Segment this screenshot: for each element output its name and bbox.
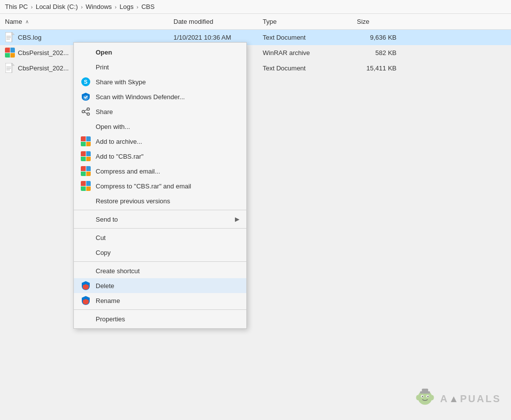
winrar-icon-cbsrar: [81, 151, 91, 161]
breadcrumb-cbs[interactable]: CBS: [141, 3, 155, 10]
copy-icon: [81, 247, 91, 257]
svg-point-11: [82, 111, 85, 113]
menu-item-print[interactable]: Print: [74, 60, 246, 74]
menu-add-archive-label: Add to archive...: [96, 138, 239, 145]
svg-point-12: [87, 113, 90, 116]
column-type[interactable]: Type: [258, 16, 352, 27]
menu-create-shortcut-label: Create shortcut: [96, 267, 239, 275]
delete-shield-icon: [81, 281, 91, 291]
menu-item-open[interactable]: Open: [74, 45, 246, 60]
open-with-icon: [81, 121, 91, 131]
menu-open-with-label: Open with...: [96, 123, 239, 130]
send-to-submenu-arrow: ▶: [235, 216, 239, 223]
menu-item-add-archive[interactable]: Add to archive...: [74, 134, 246, 149]
menu-share-skype-label: Share with Skype: [96, 78, 239, 86]
rename-shield-icon: [81, 296, 91, 305]
column-size[interactable]: Size: [352, 16, 401, 27]
txt-file-icon: [5, 32, 15, 42]
file-size-cbspersist-rar: 582 KB: [352, 47, 401, 59]
menu-add-cbsrar-label: Add to "CBS.rar": [96, 153, 239, 160]
breadcrumb-sep-4: ›: [136, 4, 138, 10]
appuals-text: A▲PUALS: [440, 393, 501, 405]
menu-item-properties[interactable]: Properties: [74, 311, 246, 326]
separator-after-copy: [74, 261, 246, 262]
share-icon: [81, 107, 91, 117]
menu-rename-label: Rename: [96, 297, 239, 304]
svg-line-14: [84, 112, 87, 114]
menu-item-share-skype[interactable]: S Share with Skype: [74, 74, 246, 89]
breadcrumb: This PC › Local Disk (C:) › Windows › Lo…: [0, 0, 511, 14]
menu-compress-email-label: Compress and email...: [96, 168, 239, 175]
menu-compress-cbsrar-email-label: Compress to "CBS.rar" and email: [96, 182, 239, 190]
svg-point-18: [422, 396, 423, 397]
skype-icon: S: [81, 77, 91, 87]
open-icon: [81, 47, 91, 57]
menu-item-open-with[interactable]: Open with...: [74, 119, 246, 134]
menu-item-restore[interactable]: Restore previous versions: [74, 193, 246, 208]
menu-properties-label: Properties: [96, 315, 239, 323]
menu-item-cut[interactable]: Cut: [74, 230, 246, 245]
separator-after-send-to: [74, 228, 246, 229]
menu-item-scan-defender[interactable]: Scan with Windows Defender...: [74, 89, 246, 104]
breadcrumb-sep-2: ›: [81, 4, 83, 10]
breadcrumb-sep-1: ›: [31, 4, 33, 10]
print-icon: [81, 62, 91, 72]
menu-item-create-shortcut[interactable]: Create shortcut: [74, 263, 246, 278]
defender-icon: [81, 92, 91, 102]
shortcut-icon: [81, 266, 91, 276]
send-to-icon: [81, 214, 91, 224]
menu-send-to-label: Send to: [96, 216, 230, 223]
svg-line-13: [84, 110, 87, 111]
menu-item-compress-cbsrar-email[interactable]: Compress to "CBS.rar" and email: [74, 179, 246, 193]
column-name[interactable]: Name ∧: [0, 16, 169, 27]
breadcrumb-sep-3: ›: [115, 4, 117, 10]
winrar-icon-compress-cbsrar: [81, 181, 91, 191]
appuals-watermark: A▲PUALS: [414, 388, 501, 410]
menu-item-rename[interactable]: Rename: [74, 293, 246, 308]
menu-share-label: Share: [96, 108, 239, 116]
menu-item-delete[interactable]: Delete: [74, 278, 246, 293]
menu-item-share[interactable]: Share: [74, 104, 246, 119]
menu-restore-label: Restore previous versions: [96, 197, 239, 205]
menu-copy-label: Copy: [96, 249, 239, 256]
breadcrumb-windows[interactable]: Windows: [86, 3, 112, 10]
breadcrumb-logs[interactable]: Logs: [119, 3, 133, 10]
cut-icon: [81, 233, 91, 242]
file-list-header: Name ∧ Date modified Type Size: [0, 14, 511, 30]
restore-icon: [81, 196, 91, 206]
svg-marker-6: [12, 63, 14, 65]
menu-item-compress-email[interactable]: Compress and email...: [74, 164, 246, 179]
file-type-cbspersist-txt: Text Document: [258, 62, 352, 74]
properties-icon: [81, 314, 91, 324]
file-type-cbs-log: Text Document: [258, 31, 352, 44]
breadcrumb-this-pc[interactable]: This PC: [5, 3, 28, 10]
svg-point-21: [430, 395, 434, 400]
separator-after-restore: [74, 210, 246, 210]
file-size-cbs-log: 9,636 KB: [352, 31, 401, 44]
svg-rect-0: [5, 32, 12, 42]
menu-delete-label: Delete: [96, 282, 239, 290]
menu-scan-defender-label: Scan with Windows Defender...: [96, 93, 239, 101]
menu-item-add-cbsrar[interactable]: Add to "CBS.rar": [74, 149, 246, 164]
breadcrumb-local-disk[interactable]: Local Disk (C:): [36, 3, 78, 10]
menu-item-send-to[interactable]: Send to ▶: [74, 212, 246, 227]
file-date-cbs-log: 1/10/2021 10:36 AM: [169, 31, 258, 44]
svg-point-19: [427, 396, 429, 397]
file-size-cbspersist-txt: 15,411 KB: [352, 62, 401, 74]
menu-print-label: Print: [96, 63, 239, 71]
svg-rect-23: [422, 389, 428, 392]
sort-arrow-name: ∧: [25, 19, 29, 24]
svg-marker-1: [12, 32, 14, 35]
separator-after-rename: [74, 309, 246, 310]
menu-open-label: Open: [96, 49, 239, 56]
file-type-cbspersist-rar: WinRAR archive: [258, 47, 352, 59]
txt-file-icon-2: [5, 63, 15, 73]
context-menu: Open Print S Share with Skype Scan with …: [73, 42, 247, 329]
winrar-file-icon: [5, 48, 15, 58]
menu-item-copy[interactable]: Copy: [74, 245, 246, 260]
menu-cut-label: Cut: [96, 234, 239, 241]
winrar-icon-compress-email: [81, 166, 91, 176]
winrar-icon-add-archive: [81, 136, 91, 146]
svg-point-10: [87, 108, 90, 111]
column-date-modified[interactable]: Date modified: [169, 16, 258, 27]
